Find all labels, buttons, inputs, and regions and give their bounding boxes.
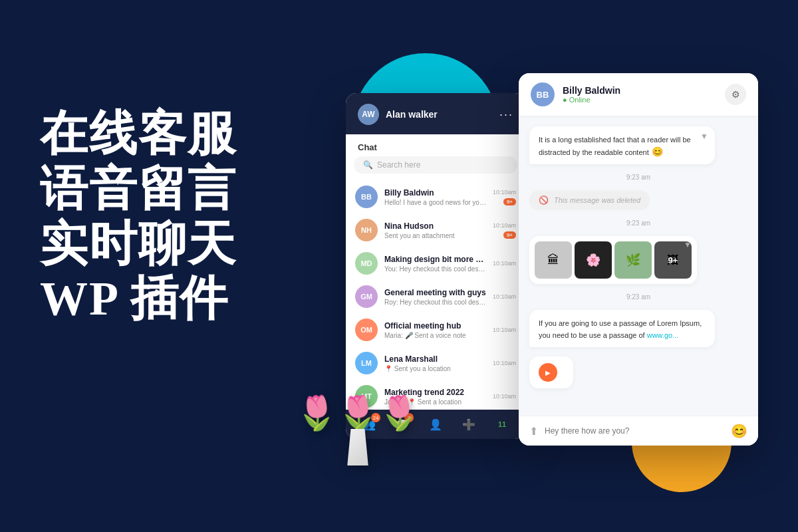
gallery-thumb-3: 🌿: [614, 241, 652, 279]
detail-status: Online: [563, 96, 717, 104]
chat-list-panel: AW Alan walker ··· Chat 🔍 Search here BB…: [346, 93, 525, 439]
search-bar[interactable]: 🔍 Search here: [354, 156, 517, 174]
chat-avatar: BB: [355, 186, 378, 208]
chat-list-header: AW Alan walker ···: [346, 93, 525, 134]
msg-time-3: 9:23 am: [529, 293, 747, 301]
chat-preview: Sent you an attachment: [384, 232, 486, 239]
chat-avatar: OM: [355, 319, 378, 341]
detail-avatar: BB: [531, 82, 555, 106]
chat-meta: 10:10am: [493, 360, 516, 366]
chat-list-item[interactable]: OMOfficial meeting hubMaria: 🎤 Sent a vo…: [346, 313, 525, 346]
header-avatar: AW: [358, 104, 379, 125]
message-bubble-text: It is a long established fact that a rea…: [529, 126, 715, 164]
message-input-area: ⬆ 😊: [519, 416, 758, 446]
flower-vase: 🌷🌷🌷: [296, 394, 420, 466]
chat-meta: 10:10am: [493, 327, 516, 333]
detail-header-info: Billy Baldwin Online: [563, 85, 717, 104]
deleted-text: This message was deleted: [554, 196, 640, 204]
chat-name: Billy Baldwin: [384, 188, 486, 198]
emoji-icon[interactable]: 😊: [731, 423, 747, 439]
upload-icon[interactable]: ⬆: [529, 425, 538, 438]
chat-time: 10:10am: [493, 189, 516, 196]
chat-avatar: GM: [355, 285, 378, 308]
chat-meta: 10:10am: [493, 393, 516, 400]
chat-name: Official meeting hub: [384, 321, 486, 331]
chat-avatar: LM: [355, 352, 378, 374]
chat-list-item[interactable]: BBBilly BaldwinHello! I have a good news…: [346, 180, 525, 213]
detail-contact-name: Billy Baldwin: [563, 85, 717, 96]
header-username: Alan walker: [386, 109, 438, 120]
chat-name: Making design bit more clear: [384, 255, 486, 264]
chat-time: 10:10am: [493, 327, 516, 333]
vase: [346, 429, 370, 466]
chat-info: Official meeting hubMaria: 🎤 Sent a voic…: [384, 321, 486, 339]
chat-preview: 📍 Sent you a location: [384, 365, 486, 372]
chat-detail-panel: BB Billy Baldwin Online ⚙ It is a long e…: [519, 73, 758, 446]
chat-time: 10:10am: [493, 222, 516, 229]
chat-time: 10:10am: [493, 293, 516, 300]
chat-meta: 10:10am9+: [493, 189, 516, 205]
chat-list-item[interactable]: MDMaking design bit more clearYou: Hey c…: [346, 247, 525, 280]
chat-name: General meeting with guys: [384, 288, 486, 297]
chat-list-item[interactable]: NHNina HudsonSent you an attachment10:10…: [346, 213, 525, 247]
chat-preview: You: Hey checkout this cool design of 20…: [384, 265, 486, 273]
chat-name: Nina Hudson: [384, 221, 486, 231]
gallery-chevron-icon: ▼: [684, 240, 692, 249]
chevron-icon: ▼: [700, 132, 708, 141]
deleted-message: 🚫 This message was deleted: [529, 190, 650, 210]
settings-icon[interactable]: ⚙: [725, 84, 746, 105]
chat-info: Nina HudsonSent you an attachment: [384, 221, 486, 239]
flower-heads: 🌷🌷🌷: [296, 394, 420, 432]
msg-time-2: 9:23 am: [529, 219, 747, 227]
chat-avatar: NH: [355, 219, 378, 241]
image-gallery: 🏛 🌸 🌿 🖼 9+ ▼: [529, 236, 697, 284]
chat-time: 10:10am: [493, 360, 516, 366]
search-icon: 🔍: [363, 160, 373, 170]
chat-time: 10:10am: [493, 393, 516, 400]
chat-meta: 10:10am9+: [493, 222, 516, 239]
nav-icon-add[interactable]: ➕: [459, 414, 479, 434]
link-url[interactable]: www.go...: [647, 331, 679, 339]
play-button[interactable]: ▶: [539, 363, 557, 382]
chat-preview: Maria: 🎤 Sent a voice note: [384, 332, 486, 339]
chat-section-label: Chat: [346, 134, 525, 156]
gallery-thumb-2: 🌸: [575, 241, 612, 279]
deleted-icon: 🚫: [539, 196, 549, 205]
gallery-grid: 🏛 🌸 🌿 🖼 9+: [535, 241, 692, 279]
gallery-thumb-1: 🏛: [535, 241, 572, 279]
chat-badge: 9+: [503, 231, 516, 239]
nav-icon-count[interactable]: 11: [492, 414, 512, 434]
chat-info: General meeting with guysRoy: Hey checko…: [384, 288, 486, 306]
chat-info: Billy BaldwinHello! I have a good news f…: [384, 188, 486, 206]
chat-preview: Roy: Hey checkout this cool design of 20…: [384, 299, 486, 306]
message-input[interactable]: [545, 426, 724, 436]
title-line-1: 在线客服: [40, 106, 319, 162]
voice-message: ▶: [529, 356, 573, 388]
search-placeholder: Search here: [377, 160, 420, 170]
left-section: 在线客服 语音留言 实时聊天 WP 插件: [40, 106, 319, 327]
messages-area: It is a long established fact that a rea…: [519, 116, 758, 395]
chat-preview: Hello! I have a good news for your upcom…: [384, 199, 486, 206]
chat-info: Making design bit more clearYou: Hey che…: [384, 255, 486, 273]
detail-header: BB Billy Baldwin Online ⚙: [519, 73, 758, 116]
chat-info: Lena Marshall📍 Sent you a location: [384, 354, 486, 372]
message-text: It is a long established fact that a rea…: [539, 136, 691, 156]
chat-meta: 10:10am: [493, 293, 516, 300]
msg-time-1: 9:23 am: [529, 174, 747, 181]
title-line-4: WP 插件: [40, 271, 319, 327]
title-line-2: 语音留言: [40, 162, 319, 217]
header-user: AW Alan walker: [358, 104, 438, 125]
chat-avatar: MD: [355, 252, 378, 275]
chat-meta: 10:10am: [493, 260, 516, 267]
title-line-3: 实时聊天: [40, 217, 319, 272]
chat-list-item[interactable]: GMGeneral meeting with guysRoy: Hey chec…: [346, 280, 525, 313]
header-dots[interactable]: ···: [499, 108, 513, 122]
flower-decoration: 🌷🌷🌷: [296, 394, 420, 466]
chat-badge: 9+: [503, 198, 516, 205]
chat-list-item[interactable]: LMLena Marshall📍 Sent you a location10:1…: [346, 346, 525, 380]
link-message: If you are going to use a passage of Lor…: [529, 310, 715, 347]
nav-icon-profile[interactable]: 👤: [426, 414, 446, 434]
chat-name: Lena Marshall: [384, 354, 486, 364]
main-title: 在线客服 语音留言 实时聊天 WP 插件: [40, 106, 319, 327]
chat-time: 10:10am: [493, 260, 516, 267]
